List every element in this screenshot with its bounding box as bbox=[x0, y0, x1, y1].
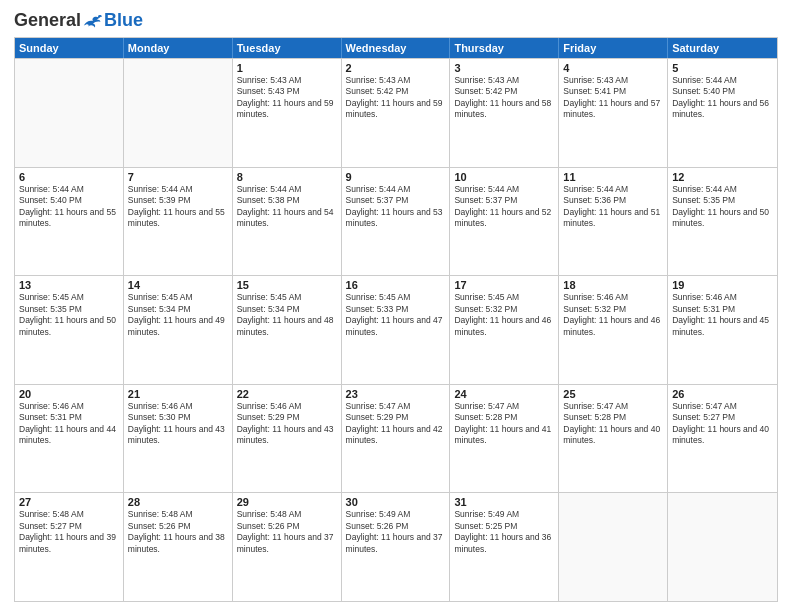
calendar-week-5: 27Sunrise: 5:48 AM Sunset: 5:27 PM Dayli… bbox=[15, 492, 777, 601]
day-info: Sunrise: 5:44 AM Sunset: 5:40 PM Dayligh… bbox=[672, 75, 773, 121]
day-number: 29 bbox=[237, 496, 337, 508]
day-number: 15 bbox=[237, 279, 337, 291]
day-number: 20 bbox=[19, 388, 119, 400]
day-number: 9 bbox=[346, 171, 446, 183]
calendar-cell: 20Sunrise: 5:46 AM Sunset: 5:31 PM Dayli… bbox=[15, 385, 124, 493]
day-number: 22 bbox=[237, 388, 337, 400]
calendar-cell bbox=[668, 493, 777, 601]
logo-bird-icon bbox=[82, 12, 104, 30]
day-info: Sunrise: 5:43 AM Sunset: 5:41 PM Dayligh… bbox=[563, 75, 663, 121]
calendar-week-3: 13Sunrise: 5:45 AM Sunset: 5:35 PM Dayli… bbox=[15, 275, 777, 384]
calendar-cell: 12Sunrise: 5:44 AM Sunset: 5:35 PM Dayli… bbox=[668, 168, 777, 276]
day-number: 30 bbox=[346, 496, 446, 508]
day-info: Sunrise: 5:45 AM Sunset: 5:35 PM Dayligh… bbox=[19, 292, 119, 338]
day-info: Sunrise: 5:44 AM Sunset: 5:39 PM Dayligh… bbox=[128, 184, 228, 230]
day-info: Sunrise: 5:44 AM Sunset: 5:37 PM Dayligh… bbox=[454, 184, 554, 230]
day-info: Sunrise: 5:47 AM Sunset: 5:28 PM Dayligh… bbox=[563, 401, 663, 447]
day-number: 1 bbox=[237, 62, 337, 74]
calendar-cell: 7Sunrise: 5:44 AM Sunset: 5:39 PM Daylig… bbox=[124, 168, 233, 276]
calendar-cell: 5Sunrise: 5:44 AM Sunset: 5:40 PM Daylig… bbox=[668, 59, 777, 167]
calendar-cell: 17Sunrise: 5:45 AM Sunset: 5:32 PM Dayli… bbox=[450, 276, 559, 384]
calendar-cell: 15Sunrise: 5:45 AM Sunset: 5:34 PM Dayli… bbox=[233, 276, 342, 384]
calendar-cell: 27Sunrise: 5:48 AM Sunset: 5:27 PM Dayli… bbox=[15, 493, 124, 601]
calendar-cell: 19Sunrise: 5:46 AM Sunset: 5:31 PM Dayli… bbox=[668, 276, 777, 384]
calendar-body: 1Sunrise: 5:43 AM Sunset: 5:43 PM Daylig… bbox=[15, 58, 777, 601]
day-number: 3 bbox=[454, 62, 554, 74]
day-info: Sunrise: 5:45 AM Sunset: 5:34 PM Dayligh… bbox=[237, 292, 337, 338]
day-info: Sunrise: 5:44 AM Sunset: 5:40 PM Dayligh… bbox=[19, 184, 119, 230]
day-info: Sunrise: 5:43 AM Sunset: 5:42 PM Dayligh… bbox=[454, 75, 554, 121]
logo-blue-text: Blue bbox=[104, 10, 143, 31]
calendar: SundayMondayTuesdayWednesdayThursdayFrid… bbox=[14, 37, 778, 602]
calendar-cell: 14Sunrise: 5:45 AM Sunset: 5:34 PM Dayli… bbox=[124, 276, 233, 384]
day-number: 18 bbox=[563, 279, 663, 291]
day-info: Sunrise: 5:47 AM Sunset: 5:27 PM Dayligh… bbox=[672, 401, 773, 447]
logo: General Blue bbox=[14, 10, 143, 31]
day-number: 23 bbox=[346, 388, 446, 400]
day-info: Sunrise: 5:49 AM Sunset: 5:26 PM Dayligh… bbox=[346, 509, 446, 555]
calendar-week-1: 1Sunrise: 5:43 AM Sunset: 5:43 PM Daylig… bbox=[15, 58, 777, 167]
calendar-cell: 24Sunrise: 5:47 AM Sunset: 5:28 PM Dayli… bbox=[450, 385, 559, 493]
day-info: Sunrise: 5:44 AM Sunset: 5:35 PM Dayligh… bbox=[672, 184, 773, 230]
day-number: 11 bbox=[563, 171, 663, 183]
day-info: Sunrise: 5:44 AM Sunset: 5:36 PM Dayligh… bbox=[563, 184, 663, 230]
day-number: 7 bbox=[128, 171, 228, 183]
day-info: Sunrise: 5:46 AM Sunset: 5:31 PM Dayligh… bbox=[19, 401, 119, 447]
calendar-cell: 18Sunrise: 5:46 AM Sunset: 5:32 PM Dayli… bbox=[559, 276, 668, 384]
header-day-monday: Monday bbox=[124, 38, 233, 58]
day-info: Sunrise: 5:46 AM Sunset: 5:31 PM Dayligh… bbox=[672, 292, 773, 338]
day-number: 10 bbox=[454, 171, 554, 183]
day-info: Sunrise: 5:46 AM Sunset: 5:29 PM Dayligh… bbox=[237, 401, 337, 447]
day-info: Sunrise: 5:43 AM Sunset: 5:42 PM Dayligh… bbox=[346, 75, 446, 121]
calendar-cell: 22Sunrise: 5:46 AM Sunset: 5:29 PM Dayli… bbox=[233, 385, 342, 493]
day-info: Sunrise: 5:47 AM Sunset: 5:28 PM Dayligh… bbox=[454, 401, 554, 447]
logo-text: General Blue bbox=[14, 10, 143, 31]
day-number: 24 bbox=[454, 388, 554, 400]
header-day-thursday: Thursday bbox=[450, 38, 559, 58]
day-info: Sunrise: 5:45 AM Sunset: 5:32 PM Dayligh… bbox=[454, 292, 554, 338]
header-day-wednesday: Wednesday bbox=[342, 38, 451, 58]
logo-general: General bbox=[14, 10, 81, 31]
calendar-cell: 9Sunrise: 5:44 AM Sunset: 5:37 PM Daylig… bbox=[342, 168, 451, 276]
day-number: 21 bbox=[128, 388, 228, 400]
calendar-cell: 25Sunrise: 5:47 AM Sunset: 5:28 PM Dayli… bbox=[559, 385, 668, 493]
day-info: Sunrise: 5:44 AM Sunset: 5:38 PM Dayligh… bbox=[237, 184, 337, 230]
day-info: Sunrise: 5:48 AM Sunset: 5:26 PM Dayligh… bbox=[128, 509, 228, 555]
day-number: 26 bbox=[672, 388, 773, 400]
day-number: 8 bbox=[237, 171, 337, 183]
calendar-cell bbox=[559, 493, 668, 601]
calendar-header: SundayMondayTuesdayWednesdayThursdayFrid… bbox=[15, 38, 777, 58]
calendar-cell: 1Sunrise: 5:43 AM Sunset: 5:43 PM Daylig… bbox=[233, 59, 342, 167]
day-info: Sunrise: 5:47 AM Sunset: 5:29 PM Dayligh… bbox=[346, 401, 446, 447]
calendar-cell: 26Sunrise: 5:47 AM Sunset: 5:27 PM Dayli… bbox=[668, 385, 777, 493]
day-info: Sunrise: 5:44 AM Sunset: 5:37 PM Dayligh… bbox=[346, 184, 446, 230]
calendar-cell: 10Sunrise: 5:44 AM Sunset: 5:37 PM Dayli… bbox=[450, 168, 559, 276]
calendar-cell: 30Sunrise: 5:49 AM Sunset: 5:26 PM Dayli… bbox=[342, 493, 451, 601]
header-day-friday: Friday bbox=[559, 38, 668, 58]
day-info: Sunrise: 5:48 AM Sunset: 5:27 PM Dayligh… bbox=[19, 509, 119, 555]
day-info: Sunrise: 5:43 AM Sunset: 5:43 PM Dayligh… bbox=[237, 75, 337, 121]
day-number: 2 bbox=[346, 62, 446, 74]
calendar-cell: 29Sunrise: 5:48 AM Sunset: 5:26 PM Dayli… bbox=[233, 493, 342, 601]
day-info: Sunrise: 5:46 AM Sunset: 5:32 PM Dayligh… bbox=[563, 292, 663, 338]
day-number: 14 bbox=[128, 279, 228, 291]
day-number: 6 bbox=[19, 171, 119, 183]
header-day-sunday: Sunday bbox=[15, 38, 124, 58]
day-number: 12 bbox=[672, 171, 773, 183]
day-number: 19 bbox=[672, 279, 773, 291]
calendar-cell bbox=[124, 59, 233, 167]
header-day-saturday: Saturday bbox=[668, 38, 777, 58]
calendar-cell: 16Sunrise: 5:45 AM Sunset: 5:33 PM Dayli… bbox=[342, 276, 451, 384]
main-container: General Blue SundayMondayTuesdayWednesda… bbox=[0, 0, 792, 612]
calendar-cell: 11Sunrise: 5:44 AM Sunset: 5:36 PM Dayli… bbox=[559, 168, 668, 276]
calendar-cell bbox=[15, 59, 124, 167]
calendar-cell: 2Sunrise: 5:43 AM Sunset: 5:42 PM Daylig… bbox=[342, 59, 451, 167]
day-info: Sunrise: 5:49 AM Sunset: 5:25 PM Dayligh… bbox=[454, 509, 554, 555]
day-number: 13 bbox=[19, 279, 119, 291]
header: General Blue bbox=[14, 10, 778, 31]
day-number: 5 bbox=[672, 62, 773, 74]
header-day-tuesday: Tuesday bbox=[233, 38, 342, 58]
calendar-cell: 21Sunrise: 5:46 AM Sunset: 5:30 PM Dayli… bbox=[124, 385, 233, 493]
day-number: 16 bbox=[346, 279, 446, 291]
calendar-cell: 6Sunrise: 5:44 AM Sunset: 5:40 PM Daylig… bbox=[15, 168, 124, 276]
